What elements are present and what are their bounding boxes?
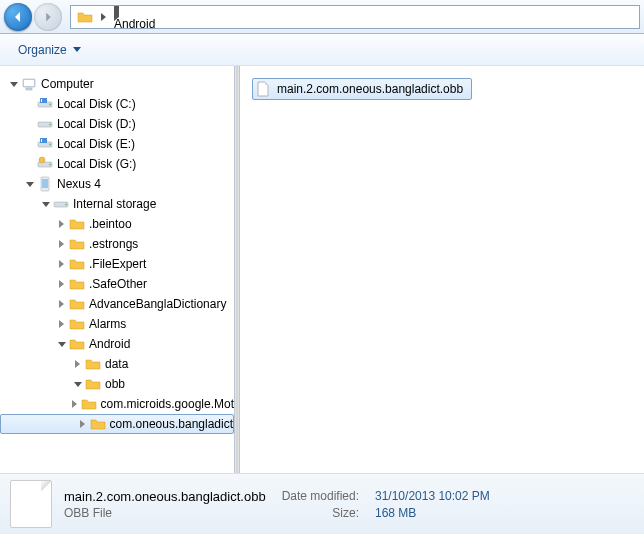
twisty-open-icon[interactable]: [24, 179, 35, 190]
file-item[interactable]: main.2.com.oneous.bangladict.obb: [252, 78, 472, 100]
details-pane: main.2.com.oneous.bangladict.obb Date mo…: [0, 474, 644, 534]
arrow-right-icon: [41, 10, 55, 24]
computer-icon: [21, 76, 37, 92]
twisty-closed-icon[interactable]: [72, 359, 83, 370]
svg-point-8: [49, 144, 51, 146]
folder-icon: [69, 336, 85, 352]
twisty-closed-icon[interactable]: [70, 399, 79, 410]
drive-c-icon: [37, 96, 53, 112]
tree-item-label: Local Disk (E:): [57, 137, 135, 151]
back-button[interactable]: [4, 3, 32, 31]
tree-item-label: .beintoo: [89, 217, 132, 231]
folder-icon: [69, 256, 85, 272]
details-file-name: main.2.com.oneous.bangladict.obb: [64, 489, 266, 504]
phone-icon: [37, 176, 53, 192]
tree-item[interactable]: AdvanceBanglaDictionary: [0, 294, 234, 314]
folder-icon: [69, 316, 85, 332]
toolbar: Organize: [0, 34, 644, 66]
breadcrumb[interactable]: ComputerNexus 4Internal storageAndroidob…: [70, 5, 640, 29]
tree-item[interactable]: .FileExpert: [0, 254, 234, 274]
twisty-placeholder: [24, 99, 35, 110]
tree-item[interactable]: data: [0, 354, 234, 374]
chevron-right-icon: [101, 13, 106, 21]
tree-item-label: com.microids.google.Mot: [101, 397, 234, 411]
tree-item[interactable]: Local Disk (D:): [0, 114, 234, 134]
svg-point-4: [49, 104, 51, 106]
tree-item[interactable]: .beintoo: [0, 214, 234, 234]
folder-icon: [81, 396, 97, 412]
arrow-left-icon: [10, 9, 26, 25]
tree-item[interactable]: Local Disk (C:): [0, 94, 234, 114]
folder-icon: [69, 216, 85, 232]
file-icon: [255, 81, 271, 97]
forward-button[interactable]: [34, 3, 62, 31]
svg-rect-13: [42, 179, 48, 188]
twisty-placeholder: [24, 159, 35, 170]
main-split: ComputerLocal Disk (C:)Local Disk (D:)Lo…: [0, 66, 644, 474]
chevron-down-icon: [73, 47, 81, 52]
content-pane[interactable]: main.2.com.oneous.bangladict.obb: [240, 66, 644, 473]
address-bar: ComputerNexus 4Internal storageAndroidob…: [0, 0, 644, 34]
tree-item[interactable]: Computer: [0, 74, 234, 94]
tree-item[interactable]: Alarms: [0, 314, 234, 334]
tree-item-label: AdvanceBanglaDictionary: [89, 297, 226, 311]
twisty-closed-icon[interactable]: [56, 319, 67, 330]
twisty-closed-icon[interactable]: [56, 299, 67, 310]
twisty-closed-icon[interactable]: [56, 219, 67, 230]
tree-item-label: .FileExpert: [89, 257, 146, 271]
tree-item-label: Computer: [41, 77, 94, 91]
svg-point-6: [49, 124, 51, 126]
folder-icon: [85, 376, 101, 392]
tree-item[interactable]: obb: [0, 374, 234, 394]
organize-button[interactable]: Organize: [10, 39, 89, 61]
tree-item-label: Local Disk (D:): [57, 117, 136, 131]
folder-icon: [90, 416, 106, 432]
file-name-label: main.2.com.oneous.bangladict.obb: [277, 82, 463, 96]
tree-item[interactable]: .estrongs: [0, 234, 234, 254]
tree-item-label: Internal storage: [73, 197, 156, 211]
chevron-right-icon: [114, 27, 119, 29]
tree-item-label: .SafeOther: [89, 277, 147, 291]
drive-g-icon: [37, 156, 53, 172]
folder-icon: [69, 236, 85, 252]
folder-icon: [69, 296, 85, 312]
details-modified-value: 31/10/2013 10:02 PM: [375, 489, 490, 503]
twisty-closed-icon[interactable]: [56, 279, 67, 290]
navigation-tree[interactable]: ComputerLocal Disk (C:)Local Disk (D:)Lo…: [0, 66, 234, 473]
twisty-open-icon[interactable]: [40, 199, 51, 210]
tree-item-label: data: [105, 357, 128, 371]
drive-icon: [53, 196, 69, 212]
twisty-open-icon[interactable]: [56, 339, 67, 350]
tree-item[interactable]: Local Disk (G:): [0, 154, 234, 174]
tree-item[interactable]: Nexus 4: [0, 174, 234, 194]
twisty-closed-icon[interactable]: [56, 259, 67, 270]
breadcrumb-segment[interactable]: Android: [110, 17, 241, 29]
tree-item[interactable]: Internal storage: [0, 194, 234, 214]
tree-item[interactable]: .SafeOther: [0, 274, 234, 294]
tree-item-label: com.oneous.bangladict: [110, 417, 233, 431]
details-file-type: OBB File: [64, 506, 266, 520]
details-size-value: 168 MB: [375, 506, 490, 520]
tree-item[interactable]: Local Disk (E:): [0, 134, 234, 154]
twisty-closed-icon[interactable]: [78, 419, 88, 430]
twisty-placeholder: [24, 139, 35, 150]
twisty-closed-icon[interactable]: [56, 239, 67, 250]
tree-item[interactable]: com.microids.google.Mot: [0, 394, 234, 414]
twisty-open-icon[interactable]: [8, 79, 19, 90]
tree-item-label: .estrongs: [89, 237, 138, 251]
file-thumbnail: [10, 480, 52, 528]
drive-e-icon: [37, 136, 53, 152]
tree-item-label: Nexus 4: [57, 177, 101, 191]
folder-icon: [85, 356, 101, 372]
svg-rect-1: [24, 80, 34, 86]
svg-rect-2: [26, 88, 32, 90]
organize-label: Organize: [18, 43, 67, 57]
tree-item-label: Local Disk (C:): [57, 97, 136, 111]
tree-item-label: Local Disk (G:): [57, 157, 136, 171]
twisty-open-icon[interactable]: [72, 379, 83, 390]
tree-item[interactable]: Android: [0, 334, 234, 354]
tree-item[interactable]: com.oneous.bangladict: [0, 414, 234, 434]
twisty-placeholder: [24, 119, 35, 130]
svg-point-15: [65, 204, 67, 206]
folder-icon: [69, 276, 85, 292]
